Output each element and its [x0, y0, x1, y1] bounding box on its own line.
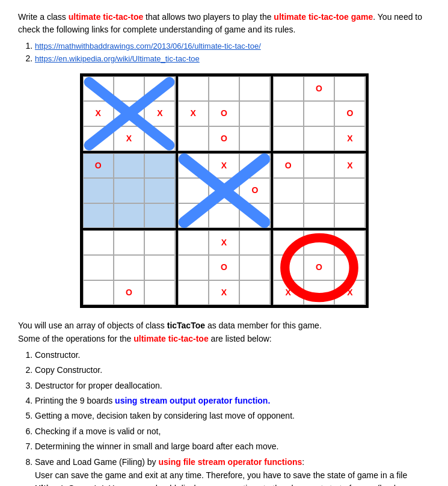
sc-0-0-6	[83, 126, 114, 151]
sc-2-0-2	[144, 230, 175, 255]
sc-1-1-5: O	[239, 178, 270, 203]
bottom-text1: You will use an array of objects of clas…	[18, 321, 167, 330]
sc-2-1-2	[239, 230, 270, 255]
small-board-0-1: X O O	[178, 76, 271, 151]
sc-1-2-6	[273, 203, 304, 228]
sc-2-2-0	[273, 230, 304, 255]
op-2: Copy Constructor.	[35, 363, 430, 377]
op-7: Determining the winner in small and larg…	[35, 440, 430, 453]
sc-2-2-4: O	[304, 255, 334, 280]
big-cell-2-2: O X X	[272, 229, 367, 306]
sc-0-2-2	[334, 76, 365, 101]
sc-1-0-7	[114, 203, 144, 228]
sc-0-1-8	[239, 126, 270, 151]
op-8-highlight: using file stream operator functions	[158, 457, 302, 467]
sc-0-0-8	[144, 126, 175, 151]
small-board-2-1: X O X	[178, 230, 271, 305]
link-item-2: https://en.wikipedia.org/wiki/Ultimate_t…	[35, 52, 430, 65]
sc-1-2-7	[304, 203, 334, 228]
sc-0-1-4: O	[209, 101, 239, 126]
intro-highlight2: ultimate tic-tac-toe game	[274, 12, 373, 22]
sc-2-2-1	[304, 230, 334, 255]
sc-2-0-1	[114, 230, 144, 255]
sc-1-2-3	[273, 178, 304, 203]
sc-1-1-8: O	[239, 203, 270, 228]
sc-2-0-4	[114, 255, 144, 280]
sc-1-0-0: O	[83, 153, 114, 178]
sc-0-0-4	[114, 101, 144, 126]
sc-1-1-3	[178, 178, 209, 203]
big-cell-0-2: O O X	[272, 75, 367, 152]
big-cell-2-1: X O X	[177, 229, 272, 306]
op-6: Checking if a move is valid or not,	[35, 425, 430, 438]
bottom-highlight: ultimate tic-tac-toe	[133, 334, 208, 343]
sc-2-1-1: X	[209, 230, 239, 255]
sc-0-0-2: X	[144, 76, 175, 101]
intro-highlight1: ultimate tic-tac-toe	[69, 12, 143, 22]
op-4-highlight: using stream output operator function.	[115, 396, 270, 405]
bottom-para-2: Some of the operations for the ultimate …	[18, 332, 430, 345]
sc-1-2-1	[304, 153, 334, 178]
bottom-text1b: as data member for this game.	[205, 321, 322, 330]
sc-2-1-7: X	[209, 280, 239, 305]
sc-1-0-4	[114, 178, 144, 203]
sc-2-0-0	[83, 230, 114, 255]
small-board-1-2: O X	[273, 153, 366, 228]
sc-0-2-8: X	[334, 126, 365, 151]
sc-2-1-5	[239, 255, 270, 280]
small-board-0-2: O O X	[273, 76, 366, 151]
sc-2-0-5	[144, 255, 175, 280]
sc-2-1-4: O	[209, 255, 239, 280]
sc-0-0-1	[114, 76, 144, 101]
bottom-para-1: You will use an array of objects of clas…	[18, 319, 430, 332]
small-board-0-0: O X X X X	[83, 76, 176, 151]
bottom-section: You will use an array of objects of clas…	[18, 319, 430, 486]
sc-2-1-3	[178, 255, 209, 280]
sc-1-0-5	[144, 178, 175, 203]
small-board-2-2: O X X	[273, 230, 366, 305]
op-1: Constructor.	[35, 348, 430, 361]
big-cell-0-0: O X X X X	[82, 75, 177, 152]
sc-1-0-1	[114, 153, 144, 178]
link-2[interactable]: https://en.wikipedia.org/wiki/Ultimate_t…	[35, 54, 200, 63]
sc-2-2-6: X	[273, 280, 304, 305]
sc-1-1-1: X	[209, 153, 239, 178]
sc-1-2-8	[334, 203, 365, 228]
filename: UltimateGame.txt	[35, 484, 104, 486]
sc-1-2-4	[304, 178, 334, 203]
board-container: O X X X X X O	[18, 73, 430, 308]
bottom-text2b: are listed below:	[209, 334, 272, 343]
small-board-2-0: O	[83, 230, 176, 305]
sc-1-0-8	[144, 203, 175, 228]
sc-0-2-7	[304, 126, 334, 151]
sc-2-1-6	[178, 280, 209, 305]
sc-0-2-3	[273, 101, 304, 126]
sc-2-0-7: O	[114, 280, 144, 305]
intro-text1: Write a class	[18, 12, 69, 22]
sc-0-1-0	[178, 76, 209, 101]
sc-1-2-0: O	[273, 153, 304, 178]
big-cell-1-0: O	[82, 152, 177, 229]
operations-list: Constructor. Copy Constructor. Destructo…	[35, 348, 430, 486]
bottom-text2: Some of the operations for the	[18, 334, 133, 343]
sc-0-2-0	[273, 76, 304, 101]
sc-1-2-2: X	[334, 153, 365, 178]
sc-2-2-7	[304, 280, 334, 305]
sc-1-1-0: X	[178, 153, 209, 178]
sc-0-2-6	[273, 126, 304, 151]
big-cell-1-1: X X X O O	[177, 152, 272, 229]
sc-2-2-5	[334, 255, 365, 280]
sc-0-2-1: O	[304, 76, 334, 101]
op-3: Destructor for proper deallocation.	[35, 379, 430, 392]
small-board-1-1: X X X O O	[178, 153, 271, 228]
sc-0-0-0: O	[83, 76, 114, 101]
sc-2-1-0	[178, 230, 209, 255]
sc-2-2-8: X	[334, 280, 365, 305]
intro-paragraph: Write a class ultimate tic-tac-toe that …	[18, 11, 430, 36]
intro-text2: that allows two players to play the	[143, 12, 274, 22]
link-1[interactable]: https://mathwithbaddrawings.com/2013/06/…	[35, 42, 261, 51]
sc-0-1-6	[178, 126, 209, 151]
big-cell-2-0: O	[82, 229, 177, 306]
sc-0-0-5: X	[144, 101, 175, 126]
sc-2-2-3	[273, 255, 304, 280]
